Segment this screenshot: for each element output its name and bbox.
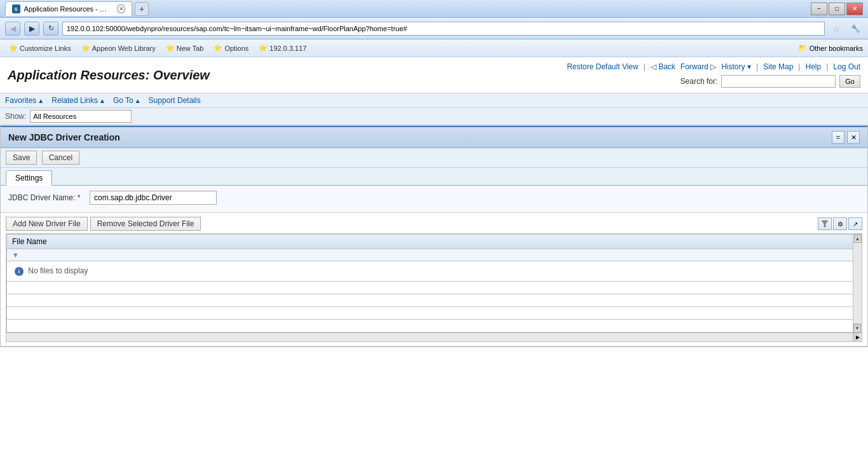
cancel-button[interactable]: Cancel <box>42 151 79 165</box>
history-link[interactable]: History ▾ <box>721 62 751 71</box>
file-table-container: File Name ▼ <box>6 233 862 342</box>
no-files-row: i No files to display <box>7 261 862 282</box>
log-out-link[interactable]: Log Out <box>833 62 860 71</box>
page-title: Application Resources: Overview <box>8 68 210 83</box>
table-filter-row: ▼ <box>7 249 862 261</box>
filter-row-icon: ▼ <box>12 251 19 259</box>
jdbc-driver-name-row: JDBC Driver Name: * <box>8 191 860 205</box>
other-bookmarks-label: Other bookmarks <box>810 45 863 52</box>
back-button[interactable]: ◀ <box>5 22 20 36</box>
folder-icon: 📁 <box>798 44 807 52</box>
remove-selected-driver-file-button[interactable]: Remove Selected Driver File <box>90 217 201 231</box>
bookmark-star-icon: ⭐ <box>166 44 175 52</box>
bookmark-label: New Tab <box>177 45 204 52</box>
empty-row-3 <box>7 307 862 320</box>
panel-header: New JDBC Driver Creation = ✕ <box>1 126 867 148</box>
search-input[interactable] <box>721 75 836 88</box>
minimize-button[interactable]: − <box>811 3 827 15</box>
horizontal-scrollbar[interactable]: ▶ <box>6 332 862 341</box>
search-go-button[interactable]: Go <box>839 75 860 88</box>
forward-nav-link[interactable]: Forward ▷ <box>681 62 716 71</box>
related-links-nav[interactable]: Related Links ▲ <box>51 96 105 105</box>
forward-button[interactable]: ▶ <box>24 22 39 36</box>
export-arrow-icon: ↗ <box>853 221 858 228</box>
svg-marker-0 <box>822 221 828 227</box>
scrollbar-right-button[interactable]: ▶ <box>853 333 862 341</box>
file-name-column-header: File Name <box>7 235 862 249</box>
support-details-nav[interactable]: Support Details <box>149 96 201 105</box>
driver-files-section: Add New Driver File Remove Selected Driv… <box>1 213 867 346</box>
form-section: JDBC Driver Name: * <box>1 186 867 213</box>
bookmark-label: Options <box>224 45 248 52</box>
refresh-button[interactable]: ↻ <box>43 22 58 36</box>
required-indicator: * <box>78 193 81 202</box>
back-arrow-icon: ◁ <box>651 62 656 71</box>
main-content: New JDBC Driver Creation = ✕ Save Cancel… <box>0 125 868 347</box>
save-cancel-bar: Save Cancel <box>1 148 867 168</box>
show-select[interactable] <box>30 110 132 123</box>
address-bar[interactable] <box>62 22 825 36</box>
panel-collapse-button[interactable]: = <box>832 131 844 144</box>
window-controls: − □ ✕ <box>811 3 863 15</box>
tab-icon: S <box>12 4 20 13</box>
settings-gear-icon: ⚙ <box>837 221 843 228</box>
favorites-nav[interactable]: Favorites ▲ <box>5 96 44 105</box>
info-icon: i <box>15 267 24 276</box>
restore-default-view-link[interactable]: Restore Default View <box>567 62 639 71</box>
maximize-button[interactable]: □ <box>829 3 845 15</box>
bookmark-options[interactable]: ⭐ Options <box>210 43 252 53</box>
bookmark-star-icon: ⭐ <box>81 44 90 52</box>
help-link[interactable]: Help <box>805 62 821 71</box>
filter-icon <box>821 220 829 228</box>
bookmark-ip[interactable]: ⭐ 192.0.3.117 <box>255 43 310 53</box>
bookmark-customize-links[interactable]: ⭐ Customize Links <box>5 43 75 53</box>
settings-tab[interactable]: Settings <box>6 170 52 186</box>
add-new-driver-file-button[interactable]: Add New Driver File <box>6 217 88 231</box>
site-map-link[interactable]: Site Map <box>763 62 793 71</box>
panel-actions: = ✕ <box>832 131 860 144</box>
search-label: Search for: <box>681 77 718 86</box>
tabs-row: Settings <box>1 168 867 186</box>
bookmark-label: Appeon Web Library <box>92 45 156 52</box>
other-bookmarks[interactable]: 📁 Other bookmarks <box>798 44 863 52</box>
jdbc-driver-name-input[interactable] <box>90 191 217 205</box>
bookmark-appeon[interactable]: ⭐ Appeon Web Library <box>78 43 159 53</box>
empty-row-1 <box>7 282 862 294</box>
header-nav: Restore Default View | ◁ Back Forward ▷ … <box>567 62 860 71</box>
browser-titlebar: S Application Resources - SAP N ✕ + − □ … <box>0 0 868 18</box>
bookmark-star-icon: ⭐ <box>9 44 18 52</box>
favorites-arrow-icon: ▲ <box>37 97 44 104</box>
scrollbar-up-button[interactable]: ▲ <box>854 234 862 243</box>
settings-wrench-icon[interactable]: 🔧 <box>848 22 863 36</box>
scrollbar-down-button[interactable]: ▼ <box>853 324 861 332</box>
vertical-scrollbar[interactable]: ▲ ▼ <box>853 234 862 332</box>
close-button[interactable]: ✕ <box>846 3 863 15</box>
goto-nav[interactable]: Go To ▲ <box>113 96 141 105</box>
filter-icon-button[interactable] <box>818 217 832 230</box>
page-content: Application Resources: Overview Restore … <box>0 57 868 473</box>
panel-close-button[interactable]: ✕ <box>847 131 860 144</box>
tab-close-button[interactable]: ✕ <box>117 4 125 13</box>
navigation-row: Favorites ▲ Related Links ▲ Go To ▲ Supp… <box>0 93 868 108</box>
no-files-message: No files to display <box>28 266 88 275</box>
back-nav-link[interactable]: ◁ Back <box>651 62 675 71</box>
bookmark-star-icon: ⭐ <box>214 44 222 52</box>
empty-row-4 <box>7 320 862 332</box>
tab-title: Application Resources - SAP N <box>24 5 111 13</box>
save-button[interactable]: Save <box>6 151 37 165</box>
jdbc-driver-name-label: JDBC Driver Name: * <box>8 193 85 202</box>
settings-icon-button[interactable]: ⚙ <box>833 217 847 230</box>
export-icon-button[interactable]: ↗ <box>848 217 862 230</box>
table-toolbar-right: ⚙ ↗ <box>818 217 862 230</box>
bookmark-star-icon[interactable]: ☆ <box>829 22 844 36</box>
empty-row-2 <box>7 294 862 307</box>
new-tab-button[interactable]: + <box>135 2 149 16</box>
bookmark-star-icon: ⭐ <box>259 44 268 52</box>
bookmark-label: 192.0.3.117 <box>269 45 306 52</box>
bookmark-new-tab[interactable]: ⭐ New Tab <box>162 43 208 53</box>
bookmark-label: Customize Links <box>20 45 71 52</box>
browser-tab[interactable]: S Application Resources - SAP N ✕ <box>5 1 132 16</box>
panel-title: New JDBC Driver Creation <box>8 132 120 142</box>
goto-arrow-icon: ▲ <box>135 97 141 104</box>
show-bar: Show: <box>0 108 868 125</box>
